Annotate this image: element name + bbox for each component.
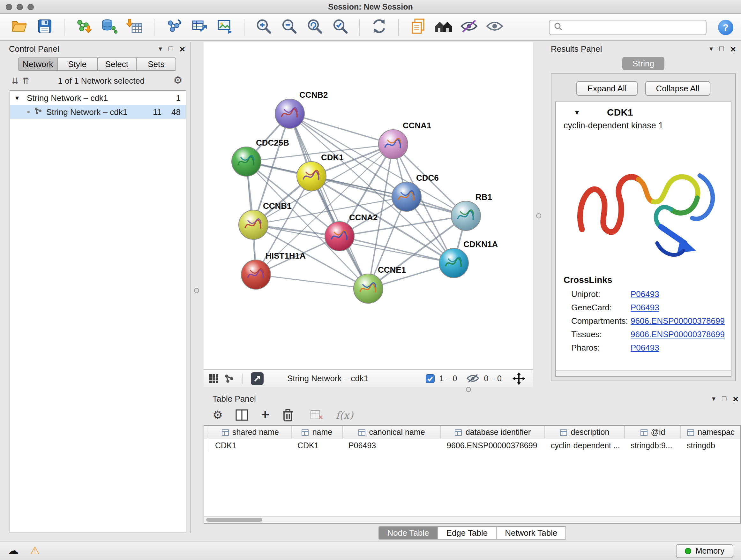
edge-CCNB2-CCNE1[interactable] [290,114,368,289]
warning-icon[interactable]: ⚠ [30,545,40,556]
tree-caret-icon[interactable]: ▾ [15,94,23,102]
node-CDKN1A[interactable]: CDKN1A [439,240,498,278]
collapse-all-button[interactable]: Collapse All [645,81,711,96]
collapse-all-icon[interactable]: ⇊ [11,76,18,84]
edge-CCNB2-CCNA1[interactable] [290,114,393,144]
crosslink-link[interactable]: 9606.ENSP00000378699 [630,329,725,339]
table-cell[interactable]: stringdb:9... [625,439,681,451]
tab-style[interactable]: Style [58,58,98,70]
pan-move-icon[interactable] [513,372,525,385]
table-cell[interactable]: 9606.ENSP00000378699 [441,439,545,451]
zoom-selected-button[interactable] [329,17,352,37]
column-header-shared-name[interactable]: shared name [209,426,292,439]
hidden-eye-slash-icon[interactable] [467,374,479,383]
delete-column-trash-icon[interactable] [282,409,293,422]
window-close-button[interactable] [6,3,12,10]
splitter-handle[interactable] [194,288,199,293]
column-header-name[interactable]: name [292,426,343,439]
column-header-description[interactable]: description [545,426,625,439]
scrollbar-thumb[interactable] [206,518,262,522]
node-CCNB1[interactable]: CCNB1 [239,201,292,240]
table-horizontal-scrollbar[interactable] [204,516,740,523]
network-tree-root[interactable]: ▾ String Network – cdk1 1 [10,91,186,105]
hide-graphics-details-button[interactable] [458,17,481,37]
node-RB1[interactable]: RB1 [451,192,492,231]
zoom-out-button[interactable] [278,17,300,37]
panel-collapse-icon[interactable]: ▾ [158,45,162,52]
edge-HIST1H1A-CCNE1[interactable] [256,274,368,289]
export-image-button[interactable] [213,17,236,37]
open-in-new-window-button[interactable] [250,371,264,385]
gene-collapse-icon[interactable]: ▾ [575,108,579,117]
panel-maximize-icon[interactable]: □ [722,395,727,402]
panel-close-icon[interactable]: × [730,44,736,53]
search-box[interactable] [549,19,706,35]
refresh-layout-button[interactable] [367,17,391,37]
edge-CCNA2-CDKN1A[interactable] [340,236,454,263]
results-scrollbar[interactable] [556,370,731,376]
network-view-icon[interactable] [224,373,234,383]
network-graph[interactable]: CCNB2CCNA1CDC25BCDK1CDC6RB1CCNB1CCNA2CDK… [204,42,533,369]
crosslink-link[interactable]: P06493 [630,343,659,353]
splitter-handle[interactable] [466,387,471,392]
crosslink-link[interactable]: P06493 [630,303,659,312]
zoom-in-button[interactable] [252,17,275,37]
gene-card-header[interactable]: ▾ CDK1 [556,102,731,120]
window-minimize-button[interactable] [17,3,23,10]
node-HIST1H1A[interactable]: HIST1H1A [241,251,306,289]
import-network-database-button[interactable] [98,17,121,37]
column-header-namespac[interactable]: namespac [681,426,740,439]
node-CDC6[interactable]: CDC6 [392,173,439,211]
table-tab-node-table[interactable]: Node Table [378,526,438,540]
cloud-icon[interactable]: ☁ [8,545,18,556]
table-cell[interactable]: stringdb [681,439,740,451]
table-cell[interactable]: CDK1 [209,439,292,451]
panel-maximize-icon[interactable]: □ [719,45,724,52]
selected-checkbox-icon[interactable] [426,374,435,383]
import-table-button[interactable] [123,17,146,37]
network-tree-item-selected[interactable]: ● String Network – cdk1 11 48 [10,105,186,119]
column-header-id[interactable]: @id [625,426,681,439]
splitter-handle[interactable] [536,213,541,219]
node-CCNE1[interactable]: CCNE1 [354,265,406,303]
help-button[interactable]: ? [718,19,733,35]
table-tab-network-table[interactable]: Network Table [496,526,566,540]
results-tab-string[interactable]: String [622,57,664,70]
grid-view-icon[interactable] [209,373,219,383]
panel-close-icon[interactable]: × [733,394,738,403]
table-cell[interactable]: CDK1 [292,439,343,451]
column-header-database-identifier[interactable]: database identifier [441,426,545,439]
table-tab-edge-table[interactable]: Edge Table [438,526,497,540]
column-header-canonical-name[interactable]: canonical name [343,426,441,439]
search-input[interactable] [565,23,701,32]
node-CDK1[interactable]: CDK1 [297,152,344,191]
expand-all-icon[interactable]: ⇈ [22,76,29,84]
table-settings-gear-icon[interactable]: ⚙ [212,409,223,421]
tab-select[interactable]: Select [97,58,137,70]
panel-collapse-icon[interactable]: ▾ [710,45,713,52]
function-builder-button[interactable]: f(x) [336,409,353,421]
show-graphics-details-button[interactable] [483,17,506,37]
crosslink-link[interactable]: P06493 [630,289,659,299]
table-cell[interactable]: cyclin-dependent ... [545,439,625,451]
expand-all-button[interactable]: Expand All [577,81,637,96]
crosslink-link[interactable]: 9606.ENSP00000378699 [630,316,725,326]
tab-network[interactable]: Network [18,58,58,70]
panel-maximize-icon[interactable]: □ [169,45,173,52]
zoom-fit-button[interactable] [303,17,326,37]
network-canvas[interactable]: CCNB2CCNA1CDC25BCDK1CDC6RB1CCNB1CCNA2CDK… [204,42,533,369]
tab-sets[interactable]: Sets [137,58,176,70]
table-row[interactable]: CDK1CDK1P064939606.ENSP00000378699cyclin… [204,439,740,451]
new-network-button[interactable] [162,17,185,37]
table-cell[interactable]: P06493 [343,439,441,451]
window-zoom-button[interactable] [27,3,34,10]
panel-collapse-icon[interactable]: ▾ [712,395,716,402]
import-network-file-button[interactable] [72,17,95,37]
export-table-button[interactable] [188,17,211,37]
open-session-button[interactable] [8,17,30,37]
network-options-gear-icon[interactable]: ⚙ [173,75,183,85]
split-columns-icon[interactable] [235,409,248,421]
network-overview-button[interactable] [432,17,455,37]
panel-close-icon[interactable]: × [179,44,185,53]
duplicate-document-button[interactable] [407,17,429,37]
